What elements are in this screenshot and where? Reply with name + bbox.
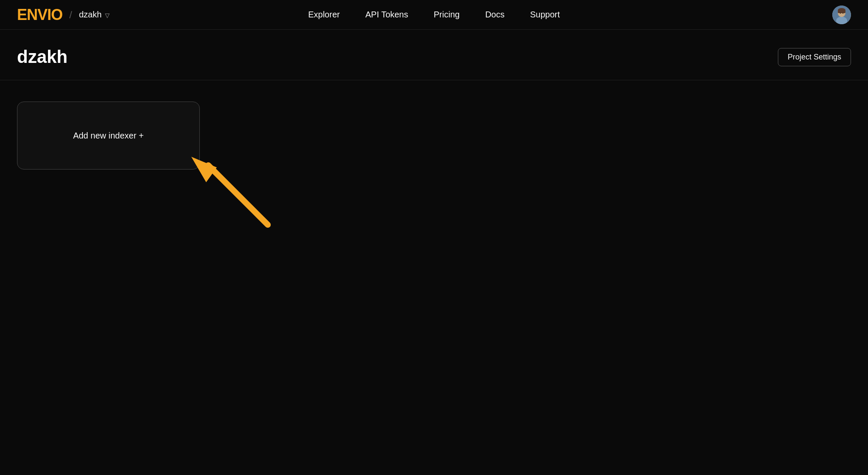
user-avatar[interactable] [832,6,851,24]
nav-api-tokens[interactable]: API Tokens [365,10,408,20]
add-indexer-label: Add new indexer + [73,131,144,141]
chevron-down-icon: ▽ [105,12,110,19]
svg-rect-4 [838,10,845,13]
page-header: dzakh Project Settings [0,30,868,80]
svg-line-7 [208,165,268,225]
add-indexer-card[interactable]: Add new indexer + [17,102,200,170]
navbar-right [832,6,851,24]
nav-pricing[interactable]: Pricing [434,10,460,20]
navbar-left: ENVIO / dzakh ▽ [17,6,110,24]
avatar-image [832,6,851,24]
logo[interactable]: ENVIO [17,6,62,24]
svg-point-6 [842,12,843,13]
page-title: dzakh [17,47,68,67]
nav-divider: / [69,9,72,21]
workspace-label: dzakh [79,10,102,20]
project-settings-button[interactable]: Project Settings [778,48,851,66]
nav-docs[interactable]: Docs [485,10,505,20]
navbar-center: Explorer API Tokens Pricing Docs Support [308,10,560,20]
nav-explorer[interactable]: Explorer [308,10,340,20]
svg-point-5 [840,12,841,13]
navbar: ENVIO / dzakh ▽ Explorer API Tokens Pric… [0,0,868,30]
main-content: Add new indexer + [0,80,868,191]
nav-support[interactable]: Support [530,10,560,20]
workspace-selector[interactable]: dzakh ▽ [79,10,110,20]
